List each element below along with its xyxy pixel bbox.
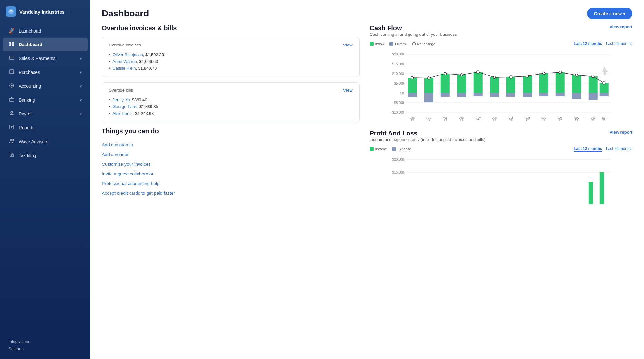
sidebar-item-banking[interactable]: Banking ∨ xyxy=(3,93,88,107)
invoice-link-3[interactable]: Cassie Klein xyxy=(112,66,136,71)
launchpad-icon: 🚀 xyxy=(8,28,15,34)
period-tab-24m[interactable]: Last 24 months xyxy=(606,41,632,46)
bill-bullet-2: • xyxy=(109,104,110,109)
accounting-chevron-icon: ∨ xyxy=(80,85,82,88)
pal-period-tabs: Last 12 months Last 24 months xyxy=(574,146,632,152)
sidebar-label-banking: Banking xyxy=(19,97,35,103)
legend-outflow: Outflow xyxy=(389,42,407,46)
bar-inflow-11 xyxy=(588,76,597,93)
svg-text:$10,000: $10,000 xyxy=(392,72,404,75)
profit-loss-legend: Income Expense xyxy=(370,147,411,151)
legend-income: Income xyxy=(370,147,387,151)
bill-link-2[interactable]: George Patel xyxy=(112,104,137,109)
net-dot-11 xyxy=(591,75,594,78)
overdue-invoices-label: Overdue invoices xyxy=(109,43,141,47)
sidebar-item-reports[interactable]: Reports xyxy=(3,121,88,135)
invoice-item-1: • Oliver Bluejeans, $1,592.33 xyxy=(109,51,353,58)
sidebar-item-wave-advisors[interactable]: Wave Advisors xyxy=(3,135,88,148)
sidebar-item-tax-filing[interactable]: Tax filing xyxy=(3,149,88,162)
profit-loss-subtitle: Income and expenses only (includes unpai… xyxy=(370,137,487,142)
company-logo[interactable]: Vandelay Industries › xyxy=(0,0,90,22)
things-link-4[interactable]: Invite a guest collaborator xyxy=(102,169,360,179)
svg-text:$5,000: $5,000 xyxy=(394,82,404,85)
sidebar-item-sales[interactable]: Sales & Payments ∨ xyxy=(3,52,88,65)
purchases-icon xyxy=(8,69,15,75)
overdue-invoices-view-link[interactable]: View xyxy=(343,43,352,47)
bill-item-1: • Jenny Yu, $880.40 xyxy=(109,96,353,103)
invoice-link-1[interactable]: Oliver Bluejeans xyxy=(112,52,143,57)
bill-link-3[interactable]: Alex Perez xyxy=(112,111,133,116)
dashboard-icon xyxy=(8,41,15,48)
income-label: Income xyxy=(375,147,387,151)
bar-inflow-2 xyxy=(440,74,449,93)
banking-chevron-icon: ∨ xyxy=(80,98,82,102)
bill-bullet-3: • xyxy=(109,111,110,116)
svg-text:$20,000: $20,000 xyxy=(392,158,404,161)
svg-text:-$5,000: -$5,000 xyxy=(393,101,404,105)
bill-link-1[interactable]: Jenny Yu xyxy=(112,97,130,102)
main-header: Dashboard Create a new ▾ xyxy=(90,0,644,25)
svg-text:$0: $0 xyxy=(400,91,404,95)
svg-rect-1 xyxy=(9,42,11,44)
overdue-section-title: Overdue invoices & bills xyxy=(102,25,360,32)
create-new-button[interactable]: Create a new ▾ xyxy=(587,8,632,19)
main-content: Dashboard Create a new ▾ Overdue invoice… xyxy=(90,0,644,359)
svg-text:22: 22 xyxy=(443,119,447,122)
overdue-bills-label: Overdue bills xyxy=(109,88,133,93)
svg-text:$20,000: $20,000 xyxy=(392,53,404,56)
expense-dot xyxy=(392,147,396,151)
things-link-2[interactable]: Add a vendor xyxy=(102,150,360,159)
profit-loss-header-left: Profit And Loss Income and expenses only… xyxy=(370,130,487,145)
things-link-6[interactable]: Accept credit cards to get paid faster xyxy=(102,188,360,198)
things-link-1[interactable]: Add a customer xyxy=(102,140,360,150)
bar-outflow-7 xyxy=(523,93,532,97)
inflow-dot xyxy=(370,42,374,46)
bar-outflow-2 xyxy=(440,93,449,97)
sidebar-item-payroll[interactable]: Payroll ∨ xyxy=(3,107,88,121)
legend-inflow: Inflow xyxy=(370,42,385,46)
net-dot-7 xyxy=(526,75,528,77)
bill-item-3: • Alex Perez, $1,243.98 xyxy=(109,110,353,117)
profit-loss-view-report[interactable]: View report xyxy=(610,130,632,135)
cash-flow-view-report[interactable]: View report xyxy=(610,25,632,29)
sidebar-item-purchases[interactable]: Purchases ∨ xyxy=(3,65,88,79)
things-link-5[interactable]: Professional accounting help xyxy=(102,179,360,188)
cash-flow-title: Cash Flow xyxy=(370,25,457,32)
svg-text:-$10,000: -$10,000 xyxy=(391,111,404,114)
right-column: Cash Flow Cash coming in and going out o… xyxy=(367,25,633,208)
net-dot-9 xyxy=(559,71,561,74)
net-dot-0 xyxy=(411,76,413,79)
things-to-do-title: Things you can do xyxy=(102,127,360,135)
svg-point-14 xyxy=(11,111,13,113)
invoice-item-3: • Cassie Klein, $1,840.73 xyxy=(109,65,353,72)
tax-filing-icon xyxy=(8,152,15,159)
sidebar-integrations[interactable]: Integrations xyxy=(6,338,84,345)
sidebar-settings[interactable]: Settings xyxy=(6,345,84,353)
profit-loss-header: Profit And Loss Income and expenses only… xyxy=(370,130,633,145)
bar-outflow-11 xyxy=(588,93,597,100)
sidebar-item-dashboard[interactable]: Dashboard xyxy=(3,38,88,51)
overdue-bills-header: Overdue bills View xyxy=(109,88,353,93)
banking-icon xyxy=(8,97,15,103)
bar-inflow-1 xyxy=(424,78,433,93)
svg-rect-13 xyxy=(9,99,14,101)
pal-income-bar-11 xyxy=(588,182,593,204)
pal-income-bar-12 xyxy=(599,172,604,204)
overdue-invoices-header: Overdue invoices View xyxy=(109,43,353,47)
net-dot-3 xyxy=(460,74,463,76)
overdue-bills-view-link[interactable]: View xyxy=(343,88,352,93)
bar-inflow-7 xyxy=(523,76,532,93)
pal-period-tab-24m[interactable]: Last 24 months xyxy=(606,146,632,152)
things-link-3[interactable]: Customize your invoices xyxy=(102,159,360,169)
content-grid: Overdue invoices & bills Overdue invoice… xyxy=(90,25,644,219)
payroll-icon xyxy=(8,111,15,117)
period-tab-12m[interactable]: Last 12 months xyxy=(574,41,602,46)
overdue-bills-card: Overdue bills View • Jenny Yu, $880.40 •… xyxy=(102,82,360,122)
sidebar-item-accounting[interactable]: Accounting ∨ xyxy=(3,79,88,93)
sidebar-item-launchpad[interactable]: 🚀 Launchpad xyxy=(3,24,88,37)
pal-period-tab-12m[interactable]: Last 12 months xyxy=(574,146,602,152)
svg-text:22: 22 xyxy=(427,119,430,122)
invoice-link-2[interactable]: Anne Warren xyxy=(112,59,137,64)
bar-inflow-9 xyxy=(555,72,564,93)
svg-text:22: 22 xyxy=(591,119,594,122)
